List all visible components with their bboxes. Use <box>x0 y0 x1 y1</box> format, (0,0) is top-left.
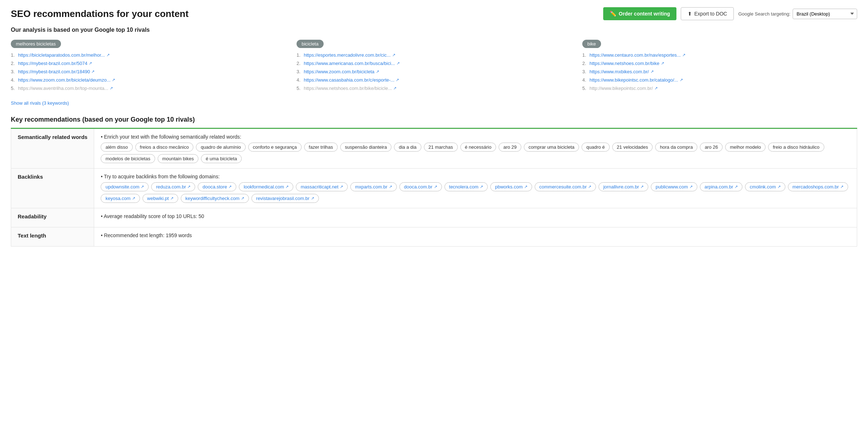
link-tag[interactable]: jornallivre.com.br ↗ <box>599 182 648 191</box>
table-row: Text length• Recommended text length: 19… <box>11 227 857 247</box>
ext-link-icon: ↗ <box>141 184 144 189</box>
show-all-link[interactable]: Show all rivals (3 keywords) <box>11 100 69 106</box>
external-link-icon[interactable]: ↗ <box>112 78 115 82</box>
link-tag[interactable]: webwiki.pt ↗ <box>143 194 178 203</box>
ext-link-icon: ↗ <box>524 184 527 189</box>
tag-list: além dissofreios a disco mecânicoquadro … <box>101 143 850 163</box>
link-tag[interactable]: publicwww.com ↗ <box>651 182 697 191</box>
rec-intro-text: • Try to acquire backlinks from the foll… <box>101 174 850 179</box>
link-tag[interactable]: updownsite.com ↗ <box>101 182 149 191</box>
external-link-icon[interactable]: ↗ <box>650 69 654 74</box>
page-header: SEO recommendations for your content ✏️ … <box>11 7 857 20</box>
rival-url-text[interactable]: https://www.zoom.com.br/bicicleta <box>304 69 374 74</box>
external-link-icon[interactable]: ↗ <box>680 78 683 82</box>
link-tag[interactable]: keyosa.com ↗ <box>101 194 140 203</box>
link-tag[interactable]: lookformedical.com ↗ <box>239 182 293 191</box>
rival-url-text[interactable]: https://www.mxbikes.com.br/ <box>589 69 649 74</box>
rival-url-number: 4. <box>582 77 588 83</box>
targeting-select[interactable]: Brazil (Desktop) United States (Desktop)… <box>793 9 857 19</box>
rival-url-number: 3. <box>297 69 302 74</box>
semantic-tag: melhor modelo <box>725 143 766 152</box>
semantic-tag: conforto e segurança <box>248 143 302 152</box>
rec-content: • Average readability score of top 10 UR… <box>94 208 857 227</box>
rival-url-text[interactable]: https://www.netshoes.com.br/bike <box>589 61 659 66</box>
link-tag[interactable]: cmolink.com ↗ <box>745 182 785 191</box>
rival-url-number: 2. <box>582 61 588 66</box>
link-tag[interactable]: massacriticapt.net ↗ <box>296 182 348 191</box>
rival-url-text[interactable]: https://mybest-brazil.com.br/5074 <box>18 61 87 66</box>
semantic-tag: hora da compra <box>655 143 697 152</box>
ext-link-icon: ↗ <box>170 196 174 201</box>
external-link-icon[interactable]: ↗ <box>654 86 658 91</box>
rival-url-text[interactable]: https://www.casasbahia.com.br/c/esporte-… <box>304 77 394 83</box>
semantic-tag: 21 velocidades <box>612 143 653 152</box>
link-tag[interactable]: keywordifficultycheck.com ↗ <box>181 194 249 203</box>
ext-link-icon: ↗ <box>735 184 738 189</box>
rival-keyword-badge: bicicleta <box>297 40 324 48</box>
rec-intro-text: • Enrich your text with the following se… <box>101 134 850 140</box>
link-tag[interactable]: pbworks.com ↗ <box>490 182 532 191</box>
upload-icon: ⬆ <box>688 11 692 17</box>
link-tag[interactable]: dooca.com.br ↗ <box>399 182 442 191</box>
rival-keyword-badge: melhores bicicletas <box>11 40 61 48</box>
link-tag[interactable]: reduza.com.br ↗ <box>151 182 195 191</box>
rival-url-text[interactable]: https://www.centauro.com.br/nav/esportes… <box>589 52 681 58</box>
rival-url-text[interactable]: https://www.netshoes.com.br/bike/bicicle… <box>304 86 392 91</box>
rival-url-item: 2.https://www.americanas.com.br/busca/bi… <box>297 61 571 66</box>
rival-url-number: 1. <box>297 52 302 58</box>
rival-keyword-badge: bike <box>582 40 601 48</box>
link-tag[interactable]: mercadoshops.com.br ↗ <box>788 182 849 191</box>
order-content-writing-button[interactable]: ✏️ Order content writing <box>603 7 676 20</box>
rec-content: • Recommended text length: 1959 words <box>94 227 857 247</box>
rival-url-text[interactable]: https://esportes.mercadolivre.com.br/cic… <box>304 52 391 58</box>
external-link-icon[interactable]: ↗ <box>89 61 92 66</box>
semantic-tag: aro 29 <box>499 143 521 152</box>
link-tag[interactable]: tecnolera.com ↗ <box>444 182 488 191</box>
external-link-icon[interactable]: ↗ <box>110 86 113 91</box>
external-link-icon[interactable]: ↗ <box>661 61 664 66</box>
semantic-tag: quadro é <box>582 143 609 152</box>
semantic-tag: é necessário <box>460 143 496 152</box>
ext-link-icon: ↗ <box>132 196 135 201</box>
link-tag[interactable]: commercesuite.com.br ↗ <box>535 182 596 191</box>
link-tag[interactable]: dooca.store ↗ <box>198 182 236 191</box>
rival-url-text[interactable]: https://bicicletaparatodos.com.br/melhor… <box>18 52 105 58</box>
external-link-icon[interactable]: ↗ <box>106 53 110 57</box>
recommendations-table: Semantically related words• Enrich your … <box>11 128 857 247</box>
rec-label: Backlinks <box>11 169 94 208</box>
external-link-icon[interactable]: ↗ <box>396 78 399 82</box>
rival-url-item: 5.http://www.bikepointsc.com.br/↗ <box>582 86 857 91</box>
ext-link-icon: ↗ <box>187 184 190 189</box>
external-link-icon[interactable]: ↗ <box>91 69 95 74</box>
ext-link-icon: ↗ <box>480 184 483 189</box>
rival-url-number: 4. <box>11 77 17 83</box>
rival-url-text[interactable]: http://www.bikepointsc.com.br/ <box>589 86 653 91</box>
semantic-tag: além disso <box>101 143 132 152</box>
targeting-row: Google Search targeting: Brazil (Desktop… <box>738 9 857 19</box>
rival-url-item: 2.https://mybest-brazil.com.br/5074↗ <box>11 61 286 66</box>
link-tag[interactable]: arpina.com.br ↗ <box>700 182 742 191</box>
external-link-icon[interactable]: ↗ <box>682 53 685 57</box>
rival-url-text[interactable]: https://www.zoom.com.br/bicicleta/deumzo… <box>18 77 110 83</box>
rival-url-text[interactable]: https://www.aventrilha.com.br/top-mounta… <box>18 86 108 91</box>
rival-url-number: 3. <box>582 69 588 74</box>
semantic-tag: é uma bicicleta <box>201 154 242 163</box>
export-to-doc-button[interactable]: ⬆ Export to DOC <box>681 7 734 20</box>
rival-url-number: 5. <box>297 86 302 91</box>
rival-url-text[interactable]: https://www.bikepointsc.com.br/catalogo/… <box>589 77 678 83</box>
semantic-tag: quadro de alumínio <box>196 143 245 152</box>
link-tag[interactable]: revistavarejobrasil.com.br ↗ <box>251 194 319 203</box>
external-link-icon[interactable]: ↗ <box>393 86 396 91</box>
recs-section-title: Key recommendations (based on your Googl… <box>11 116 857 123</box>
external-link-icon[interactable]: ↗ <box>392 53 395 57</box>
rec-content: • Enrich your text with the following se… <box>94 129 857 169</box>
external-link-icon[interactable]: ↗ <box>376 69 379 74</box>
table-row: Backlinks• Try to acquire backlinks from… <box>11 169 857 208</box>
rival-url-text[interactable]: https://mybest-brazil.com.br/18490 <box>18 69 90 74</box>
ext-link-icon: ↗ <box>228 184 232 189</box>
link-tag[interactable]: mxparts.com.br ↗ <box>350 182 397 191</box>
rival-column: bike1.https://www.centauro.com.br/nav/es… <box>582 40 857 94</box>
rival-url-text[interactable]: https://www.americanas.com.br/busca/bici… <box>304 61 395 66</box>
external-link-icon[interactable]: ↗ <box>396 61 400 66</box>
rival-url-item: 1.https://www.centauro.com.br/nav/esport… <box>582 52 857 58</box>
